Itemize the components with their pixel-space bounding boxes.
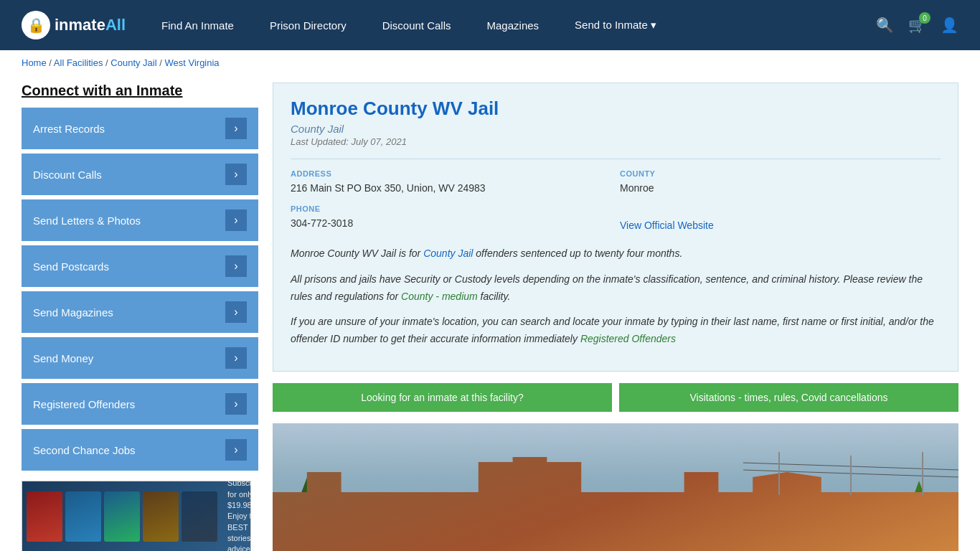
search-icon[interactable]: 🔍: [876, 17, 894, 34]
ad-cover-5: [182, 491, 217, 542]
address-section: ADDRESS 216 Main St PO Box 350, Union, W…: [291, 169, 611, 196]
ad-cover-4: [143, 491, 179, 542]
power-lines-icon: [743, 452, 958, 495]
nav-prison-directory[interactable]: Prison Directory: [270, 19, 347, 32]
ad-banner[interactable]: Rd 1 Year Subscription for only $19.98 E…: [22, 481, 251, 551]
sidebar-item-label: Registered Offenders: [33, 398, 135, 410]
sidebar-item-registered-offenders[interactable]: Registered Offenders ›: [22, 383, 258, 425]
chevron-right-icon: ›: [225, 439, 247, 461]
nav-magazines[interactable]: Magazines: [487, 19, 540, 32]
sidebar-item-label: Send Money: [33, 352, 93, 364]
nav-discount-calls[interactable]: Discount Calls: [382, 19, 451, 32]
logo-text: inmateAll: [55, 16, 126, 34]
chevron-right-icon: ›: [225, 209, 247, 231]
main-layout: Connect with an Inmate Arrest Records › …: [0, 75, 980, 551]
description-3: If you are unsure of your inmate's locat…: [291, 314, 941, 348]
address-label: ADDRESS: [291, 169, 611, 178]
county-section: COUNTY Monroe: [620, 169, 941, 196]
chevron-right-icon: ›: [225, 301, 247, 323]
info-grid: ADDRESS 216 Main St PO Box 350, Union, W…: [291, 159, 941, 231]
county-jail-link[interactable]: County Jail: [423, 248, 473, 259]
sidebar-item-send-letters[interactable]: Send Letters & Photos ›: [22, 199, 258, 241]
sidebar-item-second-chance-jobs[interactable]: Second Chance Jobs ›: [22, 429, 258, 471]
website-link[interactable]: View Official Website: [620, 220, 714, 231]
sidebar-item-send-postcards[interactable]: Send Postcards ›: [22, 245, 258, 287]
description-section: Monroe County WV Jail is for County Jail…: [291, 241, 941, 348]
nav-send-to-inmate[interactable]: Send to Inmate ▾: [575, 19, 656, 32]
phone-label: PHONE: [291, 204, 611, 213]
county-medium-link[interactable]: County - medium: [401, 291, 478, 302]
visitations-button[interactable]: Visitations - times, rules, Covid cancel…: [619, 383, 958, 412]
ad-text-line2: Enjoy the BEST stories, advice & jokes!: [227, 511, 251, 551]
content-area: Monroe County WV Jail County Jail Last U…: [273, 83, 958, 551]
description-2: All prisons and jails have Security or C…: [291, 271, 941, 306]
ad-cover-1: [27, 491, 62, 542]
main-nav: Find An Inmate Prison Directory Discount…: [161, 19, 847, 32]
sidebar-item-label: Send Magazines: [33, 306, 113, 319]
registered-offenders-link[interactable]: Registered Offenders: [580, 333, 676, 344]
sidebar-item-label: Discount Calls: [33, 169, 102, 181]
sidebar-item-discount-calls[interactable]: Discount Calls ›: [22, 154, 258, 195]
cart-icon[interactable]: 🛒 0: [908, 17, 926, 34]
chevron-right-icon: ›: [225, 255, 247, 277]
breadcrumb-home[interactable]: Home: [22, 57, 47, 68]
phone-section: PHONE 304-772-3018: [291, 204, 611, 231]
chevron-right-icon: ›: [225, 347, 247, 369]
sidebar-title: Connect with an Inmate: [22, 83, 258, 99]
sidebar-item-label: Send Postcards: [33, 260, 109, 273]
description-1: Monroe County WV Jail is for County Jail…: [291, 245, 941, 263]
sidebar-item-label: Second Chance Jobs: [33, 444, 136, 456]
sidebar-item-label: Send Letters & Photos: [33, 215, 141, 227]
facility-updated: Last Updated: July 07, 2021: [291, 136, 941, 147]
ad-cover-3: [104, 491, 140, 542]
user-icon[interactable]: 👤: [941, 17, 958, 34]
ad-cover-2: [65, 491, 101, 542]
sidebar-item-label: Arrest Records: [33, 123, 105, 135]
county-label: COUNTY: [620, 169, 941, 178]
sidebar-item-arrest-records[interactable]: Arrest Records ›: [22, 108, 258, 149]
sidebar-menu: Arrest Records › Discount Calls › Send L…: [22, 108, 258, 471]
county-value: Monroe: [620, 181, 941, 196]
address-value: 216 Main St PO Box 350, Union, WV 24983: [291, 181, 611, 196]
action-buttons: Looking for an inmate at this facility? …: [273, 383, 958, 412]
logo[interactable]: 🔒 inmateAll: [22, 11, 126, 39]
logo-icon: 🔒: [22, 11, 50, 39]
breadcrumb: Home / All Facilities / County Jail / We…: [0, 50, 980, 75]
website-section: View Official Website: [620, 204, 941, 231]
breadcrumb-state[interactable]: West Virginia: [164, 57, 219, 68]
ad-covers: [22, 487, 222, 546]
breadcrumb-all-facilities[interactable]: All Facilities: [54, 57, 103, 68]
ad-text-line1: 1 Year Subscription for only $19.98: [227, 481, 251, 511]
sidebar-item-send-money[interactable]: Send Money ›: [22, 337, 258, 379]
chevron-right-icon: ›: [225, 164, 247, 185]
facility-name: Monroe County WV Jail: [291, 98, 941, 120]
sidebar: Connect with an Inmate Arrest Records › …: [22, 83, 258, 551]
breadcrumb-county-jail[interactable]: County Jail: [110, 57, 156, 68]
chevron-right-icon: ›: [225, 118, 247, 139]
facility-image: [273, 423, 958, 551]
facility-type: County Jail: [291, 123, 941, 135]
facility-card: Monroe County WV Jail County Jail Last U…: [273, 83, 958, 372]
find-inmate-button[interactable]: Looking for an inmate at this facility?: [273, 383, 612, 412]
cart-badge: 0: [919, 12, 930, 24]
phone-value: 304-772-3018: [291, 216, 611, 231]
chevron-right-icon: ›: [225, 393, 247, 415]
nav-find-inmate[interactable]: Find An Inmate: [161, 19, 234, 32]
ad-text-area: Rd 1 Year Subscription for only $19.98 E…: [222, 481, 251, 551]
sidebar-item-send-magazines[interactable]: Send Magazines ›: [22, 291, 258, 333]
header-icons: 🔍 🛒 0 👤: [876, 17, 958, 34]
